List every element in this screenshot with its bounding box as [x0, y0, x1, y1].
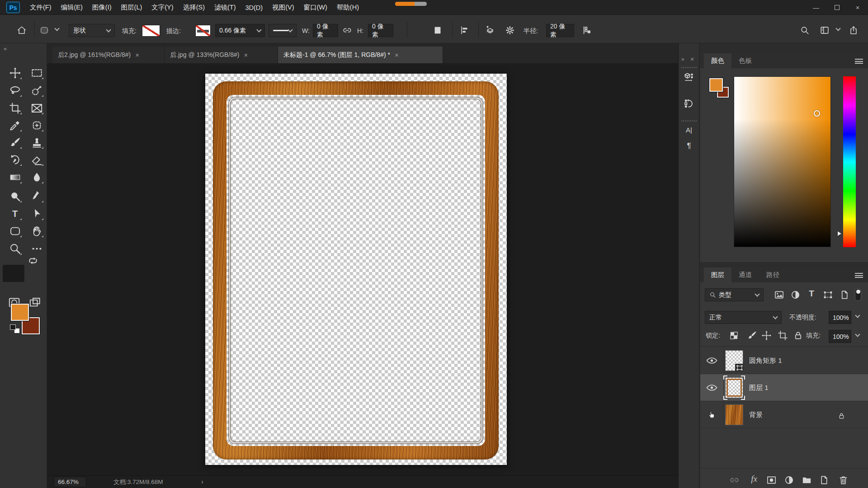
minimize-button[interactable]: —	[806, 0, 826, 15]
tab-color[interactable]: 颜色	[704, 53, 731, 68]
new-adjustment-layer-icon[interactable]	[783, 474, 795, 486]
default-colors-icon[interactable]	[10, 324, 20, 333]
fill-chevron-icon[interactable]	[855, 332, 860, 337]
path-operations-icon[interactable]	[432, 25, 443, 36]
opacity-chevron-icon[interactable]	[855, 313, 860, 318]
tab-channels[interactable]: 通道	[731, 267, 759, 282]
filter-adjustment-layers-icon[interactable]	[789, 288, 802, 301]
path-selection-tool[interactable]	[29, 206, 44, 221]
blur-tool[interactable]	[29, 169, 44, 185]
filter-shape-layers-icon[interactable]	[821, 288, 834, 301]
visibility-toggle[interactable]	[700, 374, 724, 401]
restore-button[interactable]	[826, 0, 847, 15]
path-arrangement-icon[interactable]	[485, 25, 495, 36]
layer-filter-dropdown[interactable]: 类型	[705, 288, 764, 301]
tab-layers[interactable]: 图层	[704, 267, 731, 282]
stroke-style-dropdown[interactable]	[269, 24, 297, 37]
layer-row-rounded-rect[interactable]: 圆角矩形 1	[700, 347, 868, 374]
fill-opacity-input[interactable]: 100%	[829, 330, 851, 343]
layer-thumbnail[interactable]	[725, 404, 743, 425]
tab-paths[interactable]: 路径	[759, 267, 787, 282]
zoom-level-input[interactable]: 66.67%	[54, 477, 86, 487]
close-panel-icon[interactable]: ×	[690, 56, 694, 63]
lock-position-icon[interactable]	[760, 329, 773, 342]
expand-panel-icon[interactable]: »	[681, 56, 684, 62]
lock-all-icon[interactable]	[792, 329, 804, 342]
close-tab-icon[interactable]: ×	[135, 51, 139, 59]
canvas-document[interactable]	[205, 74, 507, 465]
menu-image[interactable]: 图像(I)	[91, 3, 113, 12]
layer-row-background[interactable]: 背景	[700, 401, 868, 428]
panel-menu-icon[interactable]	[855, 59, 863, 64]
swap-colors-icon[interactable]	[28, 257, 39, 266]
shape-width-input[interactable]: 0 像素	[313, 24, 338, 37]
path-alignment-icon[interactable]	[459, 25, 470, 36]
filter-smart-objects-icon[interactable]	[838, 288, 850, 301]
hue-slider[interactable]	[843, 76, 856, 247]
frame-tool[interactable]	[29, 100, 44, 116]
hue-slider-marker[interactable]	[838, 231, 841, 236]
layer-thumbnail[interactable]	[725, 350, 743, 371]
canvas-area[interactable]	[47, 63, 678, 475]
visibility-toggle[interactable]	[700, 347, 724, 374]
close-tab-icon[interactable]: ×	[244, 51, 248, 59]
hand-tool[interactable]	[29, 223, 44, 239]
visibility-toggle-off[interactable]	[700, 401, 724, 428]
constrain-options-icon[interactable]	[581, 25, 592, 36]
history-brush-tool[interactable]	[7, 152, 23, 167]
close-tab-icon[interactable]: ×	[395, 51, 399, 59]
tab-swatches[interactable]: 色板	[731, 53, 759, 68]
collapse-tools-icon[interactable]: «	[4, 45, 7, 52]
new-layer-icon[interactable]	[817, 474, 830, 486]
brush-tool[interactable]	[7, 135, 23, 150]
lock-artboard-icon[interactable]	[776, 329, 789, 342]
eraser-tool[interactable]	[29, 152, 44, 167]
more-tools-icon[interactable]	[29, 241, 44, 256]
color-picker-marker[interactable]	[814, 110, 820, 117]
layer-style-icon[interactable]: fx	[748, 473, 760, 485]
menu-select[interactable]: 选择(S)	[182, 3, 206, 12]
tool-mode-dropdown[interactable]: 形状	[69, 24, 115, 37]
home-icon[interactable]	[16, 25, 27, 36]
delete-layer-icon[interactable]	[837, 474, 849, 486]
type-tool[interactable]: T	[7, 206, 23, 221]
add-layer-mask-icon[interactable]	[765, 474, 778, 486]
menu-file[interactable]: 文件(F)	[29, 3, 52, 12]
share-icon[interactable]	[848, 25, 859, 36]
filter-toggle[interactable]	[855, 288, 861, 301]
screen-mode-icon[interactable]	[27, 295, 42, 310]
healing-patch-tool[interactable]	[29, 117, 44, 133]
document-tab-3-active[interactable]: 未标题-1 @ 66.7% (图层 1, RGB/8#) * ×	[278, 47, 443, 63]
filter-type-layers-icon[interactable]: T	[805, 287, 818, 300]
close-button[interactable]: ×	[847, 0, 868, 15]
gradient-tool[interactable]	[7, 169, 23, 185]
menu-window[interactable]: 窗口(W)	[303, 3, 328, 12]
blend-mode-dropdown[interactable]: 正常	[705, 311, 782, 324]
lasso-tool[interactable]	[7, 83, 23, 98]
stroke-swatch[interactable]	[195, 25, 211, 37]
paragraph-panel-icon[interactable]: ¶	[682, 139, 696, 153]
crop-tool[interactable]	[7, 100, 23, 116]
menu-type[interactable]: 文字(Y)	[151, 3, 174, 12]
radius-input[interactable]: 20 像素	[546, 24, 574, 37]
document-tab-1[interactable]: 后2.jpg @ 161%(RGB/8#) ×	[52, 47, 165, 63]
rounded-rectangle-tool-active[interactable]	[7, 223, 23, 239]
dodge-tool[interactable]	[7, 188, 23, 204]
foreground-color-swatch[interactable]	[11, 304, 29, 321]
move-tool[interactable]	[7, 65, 23, 80]
history-panel-icon[interactable]	[682, 97, 696, 110]
document-tab-2[interactable]: 后.jpg @ 133%(RGB/8#) ×	[165, 47, 278, 63]
filter-image-layers-icon[interactable]	[773, 288, 785, 301]
quick-selection-tool[interactable]	[29, 83, 44, 98]
character-panel-icon[interactable]: A|	[682, 123, 696, 136]
status-chevron-icon[interactable]: ›	[201, 478, 203, 485]
search-icon[interactable]	[799, 25, 810, 36]
layer-row-layer1-selected[interactable]: 图层 1	[700, 374, 868, 401]
eyedropper-tool[interactable]	[7, 117, 23, 133]
zoom-tool[interactable]	[7, 241, 23, 256]
menu-3d[interactable]: 3D(D)	[244, 4, 264, 11]
menu-filter[interactable]: 滤镜(T)	[213, 3, 237, 12]
tool-preset-chevron-icon[interactable]	[54, 26, 59, 31]
panel-foreground-swatch[interactable]	[709, 78, 723, 92]
menu-help[interactable]: 帮助(H)	[336, 3, 360, 12]
